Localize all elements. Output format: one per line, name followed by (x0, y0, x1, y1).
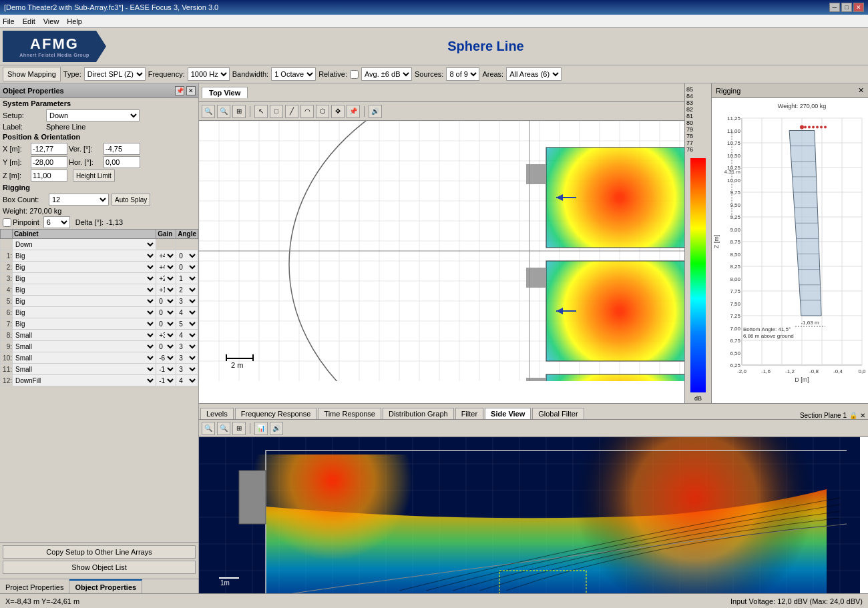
cabinet-select-5[interactable]: Big (13, 296, 156, 306)
bottom-zoom-in[interactable]: 🔍 (202, 422, 215, 435)
setup-select[interactable]: Down (46, 109, 140, 121)
bottom-canvas[interactable] (199, 437, 868, 593)
pin-tool-btn[interactable]: 📌 (347, 105, 360, 118)
auto-splay-button[interactable]: Auto Splay (112, 194, 150, 206)
angle-select-7[interactable]: 5 (176, 318, 198, 329)
cabinet-row-4: 4:Big+12 (1, 284, 198, 296)
tab-side-view[interactable]: Side View (485, 408, 531, 419)
tab-object-properties[interactable]: Object Properties (69, 579, 142, 593)
box-count-select[interactable]: 12 (49, 194, 109, 206)
bottom-zoom-out[interactable]: 🔍 (217, 422, 230, 435)
cabinet-select-9[interactable]: Small (13, 341, 156, 352)
angle-select-8[interactable]: 4 (176, 330, 198, 340)
line-btn[interactable]: ╱ (285, 105, 298, 118)
bw-select[interactable]: 1 Octave (271, 67, 316, 81)
pin-icon[interactable]: 📌 (175, 86, 184, 95)
gain-select-3[interactable]: +2 (156, 273, 176, 284)
maximize-button[interactable]: □ (841, 3, 852, 12)
rect-btn[interactable]: □ (270, 105, 283, 118)
areas-select[interactable]: All Areas (6) (506, 67, 562, 81)
gain-select-12[interactable]: -12 (156, 375, 176, 386)
angle-select-1[interactable]: 0 (176, 250, 198, 261)
tab-global-filter[interactable]: Global Filter (532, 408, 584, 419)
gain-select-5[interactable]: 0 (156, 296, 176, 306)
close-icon[interactable]: ✕ (186, 86, 196, 95)
top-view-tab[interactable]: Top View (202, 87, 248, 98)
pinpoint-checkbox[interactable] (3, 218, 11, 227)
show-mapping-button[interactable]: Show Mapping (3, 67, 61, 81)
angle-select-11[interactable]: 3 (176, 364, 198, 374)
z-input[interactable] (31, 170, 67, 182)
zoom-fit-btn[interactable]: ⊞ (232, 105, 246, 118)
cabinet-select-4[interactable]: Big (13, 284, 156, 295)
close-button[interactable]: ✕ (853, 3, 864, 12)
cabinet-select-12[interactable]: DownFill (13, 375, 156, 386)
gain-select-1[interactable]: +4 (156, 250, 176, 261)
close-bottom-icon[interactable]: ✕ (860, 412, 865, 419)
gain-select-8[interactable]: +3 (156, 330, 176, 340)
cabinet-select-10[interactable]: Small (13, 352, 156, 363)
toolbar-row: Show Mapping Type: Direct SPL (Z) Freque… (0, 65, 868, 83)
menu-edit[interactable]: Edit (23, 17, 35, 25)
pinpoint-select[interactable]: 6 (43, 216, 70, 228)
bottom-graph-btn[interactable]: 📊 (254, 422, 268, 435)
select-btn[interactable]: ↖ (254, 105, 268, 118)
show-object-list-button[interactable]: Show Object List (3, 561, 196, 574)
tab-project-properties[interactable]: Project Properties (0, 579, 69, 593)
y-input[interactable] (31, 156, 67, 168)
minimize-button[interactable]: ─ (829, 3, 840, 12)
cabinet-select-2[interactable]: Big (13, 262, 156, 272)
bottom-zoom-fit[interactable]: ⊞ (232, 422, 246, 435)
cabinet-select-6[interactable]: Big (13, 307, 156, 318)
height-limit-button[interactable]: Height Limit (73, 170, 115, 182)
scale-label-84: 84 (686, 93, 710, 99)
cabinet-select-8[interactable]: Small (13, 330, 156, 340)
ver-input[interactable] (103, 143, 140, 155)
move-btn[interactable]: ✥ (331, 105, 345, 118)
tab-distribution[interactable]: Distribution Graph (383, 408, 454, 419)
angle-select-10[interactable]: 3 (176, 352, 198, 363)
relative-checkbox[interactable] (350, 70, 359, 79)
gain-select-2[interactable]: +4 (156, 262, 176, 272)
arc-btn[interactable]: ◠ (300, 105, 314, 118)
hor-input[interactable] (103, 156, 140, 168)
angle-select-3[interactable]: 1 (176, 273, 198, 284)
cabinet-select-7[interactable]: Big (13, 318, 156, 329)
top-view-canvas[interactable] (199, 121, 684, 403)
freq-select[interactable]: 1000 Hz (188, 67, 230, 81)
x-input[interactable] (31, 143, 67, 155)
zoom-out-btn[interactable]: 🔍 (217, 105, 230, 118)
copy-setup-button[interactable]: Copy Setup to Other Line Arrays (3, 545, 196, 559)
gain-select-7[interactable]: 0 (156, 318, 176, 329)
cabinet-select-3[interactable]: Big (13, 273, 156, 284)
gain-select-6[interactable]: 0 (156, 307, 176, 318)
tab-freq-response[interactable]: Frequency Response (235, 408, 317, 419)
type-select[interactable]: Direct SPL (Z) (84, 67, 146, 81)
angle-select-2[interactable]: 0 (176, 262, 198, 272)
cabinet-select-11[interactable]: Small (13, 364, 156, 374)
rel-select[interactable]: Avg. ±6 dB (361, 67, 412, 81)
angle-select-5[interactable]: 3 (176, 296, 198, 306)
gain-select-9[interactable]: 0 (156, 341, 176, 352)
gain-select-10[interactable]: -6 (156, 352, 176, 363)
poly-btn[interactable]: ⬡ (316, 105, 329, 118)
cabinet-select-0[interactable]: Down (13, 239, 156, 250)
tab-levels[interactable]: Levels (200, 408, 234, 419)
rigging-close-icon[interactable]: ✕ (858, 86, 864, 95)
menu-help[interactable]: Help (67, 17, 82, 25)
zoom-in-btn[interactable]: 🔍 (202, 105, 215, 118)
angle-select-6[interactable]: 4 (176, 307, 198, 318)
menu-file[interactable]: File (3, 17, 15, 25)
sources-select[interactable]: 8 of 9 (446, 67, 479, 81)
tab-time-response[interactable]: Time Response (318, 408, 381, 419)
bottom-speaker-btn[interactable]: 🔊 (270, 422, 283, 435)
angle-select-4[interactable]: 2 (176, 284, 198, 295)
angle-select-12[interactable]: 4 (176, 375, 198, 386)
gain-select-11[interactable]: -12 (156, 364, 176, 374)
tab-filter[interactable]: Filter (455, 408, 483, 419)
cabinet-select-1[interactable]: Big (13, 250, 156, 261)
speaker-btn[interactable]: 🔊 (369, 105, 382, 118)
menu-view[interactable]: View (43, 17, 59, 25)
gain-select-4[interactable]: +1 (156, 284, 176, 295)
angle-select-9[interactable]: 3 (176, 341, 198, 352)
